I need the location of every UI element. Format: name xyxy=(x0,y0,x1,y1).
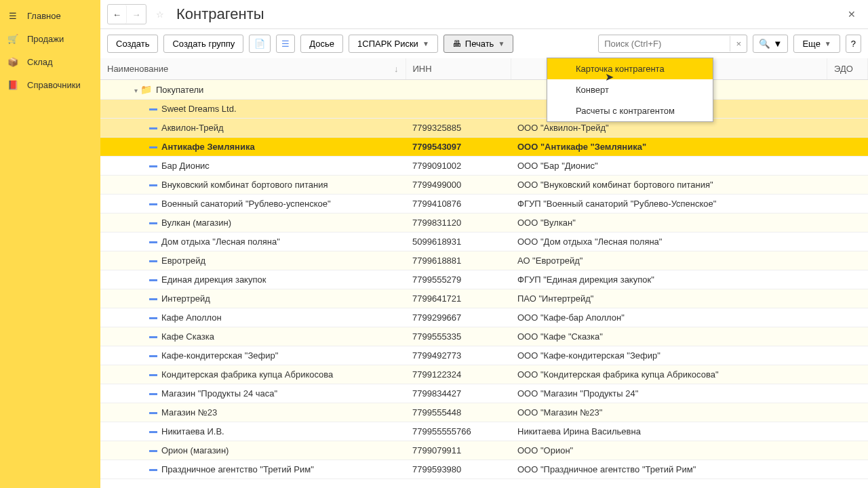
cell-name: Интертрейд xyxy=(161,293,210,304)
clear-search-button[interactable]: × xyxy=(730,36,747,52)
nav-back-button[interactable]: ← xyxy=(108,5,127,24)
table-row[interactable]: Sweet Dreams Ltd. xyxy=(100,100,868,119)
create-group-button[interactable]: Создать группу xyxy=(163,35,243,53)
favorite-icon[interactable]: ☆ xyxy=(152,6,168,22)
sidebar-item-directories[interactable]: 📕 Справочники xyxy=(0,73,100,96)
cell-inn: 5099618931 xyxy=(406,232,511,251)
print-icon: 🖶 xyxy=(452,39,461,49)
cell-edo xyxy=(827,403,868,422)
table-row[interactable]: Кафе Сказка7799555335ООО "Кафе "Сказка" xyxy=(100,327,868,346)
nav-forward-button[interactable]: → xyxy=(127,5,146,24)
chevron-down-icon: ▼ xyxy=(825,40,831,47)
cell-inn: 7799079911 xyxy=(406,441,511,460)
item-icon xyxy=(149,127,157,129)
cell-fullname: ООО "Кафе-бар Аполлон" xyxy=(511,308,827,327)
table-row[interactable]: Магазин "Продукты 24 часа"7799834427ООО … xyxy=(100,384,868,403)
table-row[interactable]: Никитаева И.В.779955555766Никитаева Ирин… xyxy=(100,422,868,441)
sidebar-item-label: Главное xyxy=(27,11,61,21)
menu-item-card[interactable]: Карточка контрагента xyxy=(547,58,713,79)
column-header-name[interactable]: Наименование xyxy=(100,58,406,80)
cell-inn: 7799831120 xyxy=(406,214,511,232)
cell-inn: 7799618881 xyxy=(406,251,511,270)
sidebar-item-label: Продажи xyxy=(27,34,64,44)
sidebar-item-label: Справочники xyxy=(27,80,81,90)
cell-edo xyxy=(827,251,868,270)
cell-edo xyxy=(827,214,868,232)
item-icon xyxy=(149,317,157,319)
search-input[interactable] xyxy=(599,35,730,52)
list-button[interactable]: ☰ xyxy=(276,35,295,53)
table-row[interactable]: Внуковский комбинат бортового питания779… xyxy=(100,176,868,195)
folder-row[interactable]: ▾📁Покупатели xyxy=(100,80,868,100)
cell-edo xyxy=(827,327,868,346)
cell-fullname: ПАО "Интертрейд" xyxy=(511,289,827,308)
search-box: × xyxy=(598,35,747,53)
cell-edo xyxy=(827,308,868,327)
table-row[interactable]: Праздничное агентство "Третий Рим"779959… xyxy=(100,460,868,479)
item-icon xyxy=(149,412,157,414)
cell-name: Внуковский комбинат бортового питания xyxy=(161,180,328,190)
table-row[interactable]: Интертрейд7799641721ПАО "Интертрейд" xyxy=(100,289,868,308)
copy-button[interactable]: 📄 xyxy=(249,35,271,53)
more-button[interactable]: Еще▼ xyxy=(793,35,840,53)
table-row[interactable]: Антикафе Земляника7799543097ООО "Антикаф… xyxy=(100,138,868,157)
cell-edo xyxy=(827,422,868,441)
close-icon[interactable]: ✕ xyxy=(842,6,861,22)
cell-inn: 7799543097 xyxy=(406,138,511,157)
table-row[interactable]: Вулкан (магазин)7799831120ООО "Вулкан" xyxy=(100,214,868,232)
cell-fullname: ФГУП "Единая дирекция закупок" xyxy=(511,270,827,289)
table-row[interactable]: Орион (магазин)7799079911ООО "Орион" xyxy=(100,441,868,460)
cell-edo xyxy=(827,119,868,138)
table-row[interactable]: Военный санаторий "Рублево-успенское"779… xyxy=(100,195,868,214)
toolbar: Создать Создать группу 📄 ☰ Досье 1СПАРК … xyxy=(100,29,868,58)
item-icon xyxy=(149,146,157,148)
dossier-button[interactable]: Досье xyxy=(300,35,343,53)
cell-name: Кафе Сказка xyxy=(161,331,214,342)
cell-edo xyxy=(827,384,868,403)
table-row[interactable]: Дом отдыха "Лесная поляна"5099618931ООО … xyxy=(100,232,868,251)
help-button[interactable]: ? xyxy=(846,35,861,53)
table-row[interactable]: Кондитерская фабрика купца Абрикосова779… xyxy=(100,365,868,384)
table-row[interactable]: Евротрейд7799618881АО "Евротрейд" xyxy=(100,251,868,270)
menu-item-envelope[interactable]: Конверт xyxy=(547,79,713,100)
item-icon xyxy=(149,260,157,262)
cell-inn: 7799593980 xyxy=(406,460,511,479)
cell-name: Антикафе Земляника xyxy=(161,142,255,152)
menu-item-settlements[interactable]: Расчеты с контрагентом xyxy=(547,100,713,121)
spark-risks-button[interactable]: 1СПАРК Риски▼ xyxy=(349,35,438,53)
cell-fullname: ООО "Кондитерская фабрика купца Абрикосо… xyxy=(511,365,827,384)
cell-name: Кафе Аполлон xyxy=(161,312,222,323)
create-button[interactable]: Создать xyxy=(107,35,158,53)
cell-edo xyxy=(827,289,868,308)
cell-fullname: ООО "Кафе-кондитерская "Зефир" xyxy=(511,346,827,365)
cell-inn: 7799499000 xyxy=(406,176,511,195)
cell-name: Никитаева И.В. xyxy=(161,426,224,436)
page-title: Контрагенты xyxy=(176,5,264,23)
table-row[interactable]: Кафе-кондитерская "Зефир"7799492773ООО "… xyxy=(100,346,868,365)
item-icon xyxy=(149,431,157,433)
item-icon xyxy=(149,222,157,224)
sidebar-item-warehouse[interactable]: 📦 Склад xyxy=(0,50,100,73)
search-button[interactable]: 🔍▼ xyxy=(753,35,788,53)
column-header-inn[interactable]: ИНН xyxy=(406,58,511,80)
cell-name: Бар Дионис xyxy=(161,161,210,171)
sidebar-item-main[interactable]: ☰ Главное xyxy=(0,4,100,27)
table-row[interactable]: Единая дирекция закупок7799555279ФГУП "Е… xyxy=(100,270,868,289)
item-icon xyxy=(149,165,157,167)
table-row[interactable]: Аквилон-Трейд7799325885ООО "Аквилон-Трей… xyxy=(100,119,868,138)
cell-fullname: Никитаева Ирина Васильевна xyxy=(511,422,827,441)
copy-icon: 📄 xyxy=(254,39,265,49)
table-row[interactable]: Бар Дионис7799091002ООО "Бар "Дионис" xyxy=(100,157,868,176)
column-header-edo[interactable]: ЭДО xyxy=(827,58,868,80)
chevron-down-icon: ▼ xyxy=(498,40,505,47)
cell-name: Единая дирекция закупок xyxy=(161,274,266,285)
table-row[interactable]: Кафе Аполлон7799299667ООО "Кафе-бар Апол… xyxy=(100,308,868,327)
sidebar-item-sales[interactable]: 🛒 Продажи xyxy=(0,27,100,50)
tree-toggle-icon[interactable]: ▾ xyxy=(134,87,138,94)
sidebar-item-label: Склад xyxy=(27,57,53,67)
box-icon: 📦 xyxy=(7,56,19,68)
cell-fullname: ООО "Магазин №23" xyxy=(511,403,827,422)
cell-inn: 7799492773 xyxy=(406,346,511,365)
table-row[interactable]: Магазин №237799555448ООО "Магазин №23" xyxy=(100,403,868,422)
print-button[interactable]: 🖶Печать▼ xyxy=(443,35,514,53)
